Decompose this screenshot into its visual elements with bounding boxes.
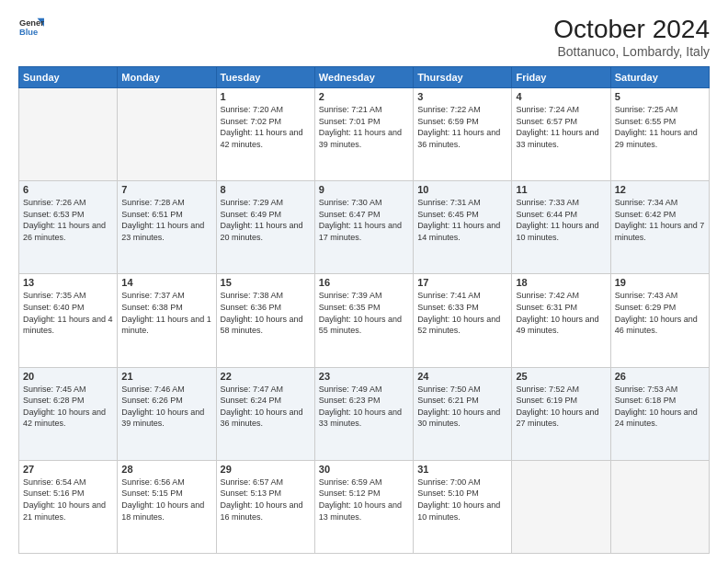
- day-number: 7: [121, 184, 211, 195]
- calendar-cell: 10Sunrise: 7:31 AM Sunset: 6:45 PM Dayli…: [414, 181, 512, 274]
- day-number: 14: [121, 277, 211, 288]
- week-row-5: 27Sunrise: 6:54 AM Sunset: 5:16 PM Dayli…: [19, 460, 710, 553]
- calendar-cell: 18Sunrise: 7:42 AM Sunset: 6:31 PM Dayli…: [512, 274, 610, 367]
- day-number: 31: [417, 464, 507, 475]
- calendar-cell: 21Sunrise: 7:46 AM Sunset: 6:26 PM Dayli…: [118, 367, 216, 460]
- day-number: 30: [319, 464, 409, 475]
- day-number: 2: [319, 91, 409, 102]
- day-info: Sunrise: 7:52 AM Sunset: 6:19 PM Dayligh…: [516, 384, 606, 430]
- header: General Blue October 2024 Bottanuco, Lom…: [18, 15, 710, 59]
- title-block: October 2024 Bottanuco, Lombardy, Italy: [553, 15, 710, 59]
- day-number: 19: [615, 277, 705, 288]
- day-info: Sunrise: 7:31 AM Sunset: 6:45 PM Dayligh…: [417, 197, 507, 243]
- day-number: 29: [221, 464, 311, 475]
- day-number: 25: [516, 371, 606, 382]
- day-info: Sunrise: 7:26 AM Sunset: 6:53 PM Dayligh…: [23, 197, 113, 243]
- day-info: Sunrise: 7:20 AM Sunset: 7:02 PM Dayligh…: [221, 104, 311, 150]
- day-number: 20: [23, 371, 113, 382]
- day-info: Sunrise: 7:50 AM Sunset: 6:21 PM Dayligh…: [417, 384, 507, 430]
- day-info: Sunrise: 7:45 AM Sunset: 6:28 PM Dayligh…: [23, 384, 113, 430]
- day-number: 16: [319, 277, 409, 288]
- day-info: Sunrise: 6:59 AM Sunset: 5:12 PM Dayligh…: [319, 477, 409, 523]
- day-info: Sunrise: 7:22 AM Sunset: 6:59 PM Dayligh…: [417, 104, 507, 150]
- day-number: 26: [615, 371, 705, 382]
- day-number: 22: [221, 371, 311, 382]
- calendar-cell: 9Sunrise: 7:30 AM Sunset: 6:47 PM Daylig…: [314, 181, 413, 274]
- day-info: Sunrise: 7:42 AM Sunset: 6:31 PM Dayligh…: [516, 290, 606, 336]
- calendar-cell: [610, 460, 709, 553]
- week-row-1: 1Sunrise: 7:20 AM Sunset: 7:02 PM Daylig…: [19, 88, 710, 181]
- calendar-cell: 25Sunrise: 7:52 AM Sunset: 6:19 PM Dayli…: [512, 367, 610, 460]
- calendar-cell: 24Sunrise: 7:50 AM Sunset: 6:21 PM Dayli…: [414, 367, 512, 460]
- calendar-cell: 8Sunrise: 7:29 AM Sunset: 6:49 PM Daylig…: [216, 181, 314, 274]
- day-number: 1: [221, 91, 311, 102]
- calendar-body: 1Sunrise: 7:20 AM Sunset: 7:02 PM Daylig…: [19, 88, 710, 554]
- day-info: Sunrise: 7:34 AM Sunset: 6:42 PM Dayligh…: [615, 197, 705, 243]
- day-number: 6: [23, 184, 113, 195]
- calendar-cell: 1Sunrise: 7:20 AM Sunset: 7:02 PM Daylig…: [216, 88, 314, 181]
- calendar-cell: [19, 88, 118, 181]
- calendar-cell: 28Sunrise: 6:56 AM Sunset: 5:15 PM Dayli…: [118, 460, 216, 553]
- svg-text:General: General: [19, 18, 44, 28]
- day-info: Sunrise: 7:49 AM Sunset: 6:23 PM Dayligh…: [319, 384, 409, 430]
- calendar-cell: 15Sunrise: 7:38 AM Sunset: 6:36 PM Dayli…: [216, 274, 314, 367]
- calendar-cell: 6Sunrise: 7:26 AM Sunset: 6:53 PM Daylig…: [19, 181, 118, 274]
- day-info: Sunrise: 6:57 AM Sunset: 5:13 PM Dayligh…: [221, 477, 311, 523]
- calendar-cell: [118, 88, 216, 181]
- calendar-cell: 14Sunrise: 7:37 AM Sunset: 6:38 PM Dayli…: [118, 274, 216, 367]
- calendar-cell: 11Sunrise: 7:33 AM Sunset: 6:44 PM Dayli…: [512, 181, 610, 274]
- calendar-cell: [512, 460, 610, 553]
- calendar-cell: 5Sunrise: 7:25 AM Sunset: 6:55 PM Daylig…: [610, 88, 709, 181]
- day-number: 3: [417, 91, 507, 102]
- day-info: Sunrise: 7:39 AM Sunset: 6:35 PM Dayligh…: [319, 290, 409, 336]
- calendar-cell: 30Sunrise: 6:59 AM Sunset: 5:12 PM Dayli…: [314, 460, 413, 553]
- day-info: Sunrise: 7:24 AM Sunset: 6:57 PM Dayligh…: [516, 104, 606, 150]
- month-title: October 2024: [553, 15, 710, 44]
- day-info: Sunrise: 7:53 AM Sunset: 6:18 PM Dayligh…: [615, 384, 705, 430]
- day-info: Sunrise: 7:38 AM Sunset: 6:36 PM Dayligh…: [221, 290, 311, 336]
- week-row-3: 13Sunrise: 7:35 AM Sunset: 6:40 PM Dayli…: [19, 274, 710, 367]
- day-number: 4: [516, 91, 606, 102]
- calendar-cell: 3Sunrise: 7:22 AM Sunset: 6:59 PM Daylig…: [414, 88, 512, 181]
- day-info: Sunrise: 6:54 AM Sunset: 5:16 PM Dayligh…: [23, 477, 113, 523]
- weekday-header-thursday: Thursday: [414, 67, 512, 88]
- calendar-cell: 16Sunrise: 7:39 AM Sunset: 6:35 PM Dayli…: [314, 274, 413, 367]
- calendar-cell: 22Sunrise: 7:47 AM Sunset: 6:24 PM Dayli…: [216, 367, 314, 460]
- weekday-header-wednesday: Wednesday: [314, 67, 413, 88]
- calendar-cell: 31Sunrise: 7:00 AM Sunset: 5:10 PM Dayli…: [414, 460, 512, 553]
- day-number: 28: [121, 464, 211, 475]
- location: Bottanuco, Lombardy, Italy: [553, 44, 710, 59]
- week-row-4: 20Sunrise: 7:45 AM Sunset: 6:28 PM Dayli…: [19, 367, 710, 460]
- weekday-header-saturday: Saturday: [610, 67, 709, 88]
- day-number: 8: [221, 184, 311, 195]
- day-number: 18: [516, 277, 606, 288]
- day-info: Sunrise: 7:29 AM Sunset: 6:49 PM Dayligh…: [221, 197, 311, 243]
- day-info: Sunrise: 7:41 AM Sunset: 6:33 PM Dayligh…: [417, 290, 507, 336]
- day-number: 10: [417, 184, 507, 195]
- day-info: Sunrise: 7:00 AM Sunset: 5:10 PM Dayligh…: [417, 477, 507, 523]
- day-info: Sunrise: 7:37 AM Sunset: 6:38 PM Dayligh…: [121, 290, 211, 336]
- calendar-cell: 4Sunrise: 7:24 AM Sunset: 6:57 PM Daylig…: [512, 88, 610, 181]
- day-info: Sunrise: 7:33 AM Sunset: 6:44 PM Dayligh…: [516, 197, 606, 243]
- day-info: Sunrise: 7:30 AM Sunset: 6:47 PM Dayligh…: [319, 197, 409, 243]
- day-number: 15: [221, 277, 311, 288]
- calendar-cell: 27Sunrise: 6:54 AM Sunset: 5:16 PM Dayli…: [19, 460, 118, 553]
- weekday-header-friday: Friday: [512, 67, 610, 88]
- calendar-cell: 13Sunrise: 7:35 AM Sunset: 6:40 PM Dayli…: [19, 274, 118, 367]
- day-number: 27: [23, 464, 113, 475]
- calendar-cell: 17Sunrise: 7:41 AM Sunset: 6:33 PM Dayli…: [414, 274, 512, 367]
- calendar-cell: 20Sunrise: 7:45 AM Sunset: 6:28 PM Dayli…: [19, 367, 118, 460]
- day-info: Sunrise: 7:28 AM Sunset: 6:51 PM Dayligh…: [121, 197, 211, 243]
- calendar-cell: 2Sunrise: 7:21 AM Sunset: 7:01 PM Daylig…: [314, 88, 413, 181]
- day-info: Sunrise: 7:43 AM Sunset: 6:29 PM Dayligh…: [615, 290, 705, 336]
- day-number: 24: [417, 371, 507, 382]
- week-row-2: 6Sunrise: 7:26 AM Sunset: 6:53 PM Daylig…: [19, 181, 710, 274]
- day-number: 5: [615, 91, 705, 102]
- weekday-header-monday: Monday: [118, 67, 216, 88]
- day-number: 21: [121, 371, 211, 382]
- day-info: Sunrise: 7:35 AM Sunset: 6:40 PM Dayligh…: [23, 290, 113, 336]
- day-number: 9: [319, 184, 409, 195]
- calendar-cell: 26Sunrise: 7:53 AM Sunset: 6:18 PM Dayli…: [610, 367, 709, 460]
- calendar-cell: 12Sunrise: 7:34 AM Sunset: 6:42 PM Dayli…: [610, 181, 709, 274]
- calendar-cell: 23Sunrise: 7:49 AM Sunset: 6:23 PM Dayli…: [314, 367, 413, 460]
